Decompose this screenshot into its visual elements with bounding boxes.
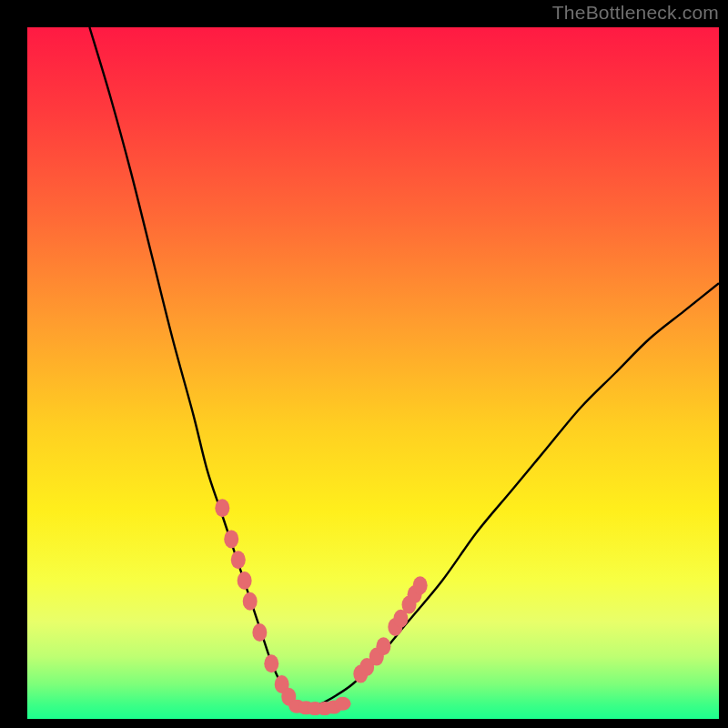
markers-right <box>353 576 427 682</box>
data-marker <box>215 499 229 517</box>
data-marker <box>252 623 267 642</box>
curve-left <box>89 27 304 709</box>
plot-area <box>27 27 719 719</box>
data-marker <box>264 654 278 672</box>
data-marker <box>376 637 390 655</box>
chart-svg <box>27 27 719 719</box>
data-marker <box>335 697 351 711</box>
data-marker <box>231 551 246 569</box>
chart-frame: TheBottleneck.com <box>0 0 728 728</box>
data-marker <box>238 571 252 590</box>
data-marker <box>413 576 428 594</box>
data-marker <box>224 530 238 548</box>
curve-right <box>304 283 719 708</box>
watermark-text: TheBottleneck.com <box>552 2 719 24</box>
markers-bottom <box>288 697 350 715</box>
data-marker <box>243 592 258 611</box>
